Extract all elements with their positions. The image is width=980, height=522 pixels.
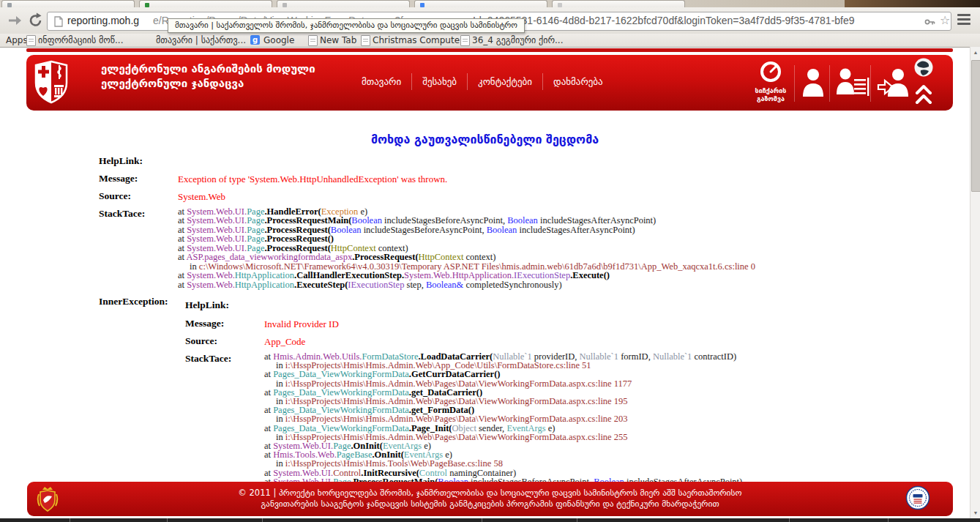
message-label: Message: [99, 173, 138, 184]
innerexception-label: InnerException: [99, 296, 168, 307]
browser-tab[interactable] [552, 0, 685, 7]
forward-button[interactable] [7, 12, 23, 29]
page-icon [54, 16, 63, 27]
inner-source-value: App_Code [264, 336, 305, 348]
header-separator [870, 65, 871, 102]
page-favicon-icon [361, 35, 370, 46]
browser-tab[interactable] [1, 0, 135, 7]
message-value: Exception of type 'System.Web.HttpUnhand… [178, 174, 447, 185]
user-list-icon[interactable] [835, 67, 870, 101]
browser-tab-strip [0, 0, 980, 7]
site-footer: © 2011 | პროექტი ხორციელდება შრომის, ჯან… [27, 482, 953, 516]
footer-line2: განვითარების სააგენტოს ჯანდაცვის სისტემი… [115, 499, 865, 510]
inner-message-label: Message: [185, 318, 224, 329]
nav-home[interactable]: მთავარი [351, 73, 412, 90]
nav-about[interactable]: შესახებ [412, 73, 468, 90]
tab-tooltip: მთავარი | საქართველოს შრომის, ჯანმრთელობ… [168, 18, 525, 33]
browser-tab[interactable] [414, 0, 547, 7]
stacktrace-label: StackTace: [99, 208, 145, 220]
bookmark-item[interactable]: Google [263, 35, 294, 45]
inner-message-value: Invalid Provider ID [264, 318, 339, 330]
footer-line1: © 2011 | პროექტი ხორციელდება შრომის, ჯან… [115, 488, 865, 499]
bookmark-item[interactable]: ინფორმაციის მოწ... [38, 35, 123, 45]
header-top-stripe [26, 48, 953, 52]
helplink-label: HelpLink: [99, 155, 143, 167]
bookmark-item[interactable]: Christmas Compute... [373, 35, 468, 45]
main-nav: მთავარი შესახებ კონტაქტები დახმარება [351, 73, 613, 90]
inner-stack-trace: at Hmis.Admin.Web.Utils.FormDataStore.Lo… [264, 352, 742, 486]
browser-tab[interactable] [139, 0, 272, 7]
chrome-menu-button[interactable] [957, 14, 970, 27]
scroll-down-arrow[interactable]: ▼ [970, 507, 980, 518]
inner-stacktrace-label: StackTace: [185, 353, 231, 365]
source-value: System.Web [178, 191, 225, 203]
scrollbar-thumb[interactable] [971, 60, 980, 192]
header-separator [794, 65, 795, 102]
globe-icon[interactable] [913, 57, 934, 78]
taskbar-strip[interactable] [0, 518, 980, 522]
collapse-chevrons-icon[interactable] [915, 84, 932, 105]
inner-helplink-label: HelpLink: [185, 299, 229, 311]
bookmark-item[interactable]: New Tab [320, 35, 356, 45]
inner-source-label: Source: [185, 335, 217, 347]
google-favicon: g [250, 35, 260, 45]
user-profile-icon[interactable] [801, 67, 826, 98]
nav-contacts[interactable]: კონტაქტები [468, 73, 543, 90]
scroll-up-arrow[interactable]: ▲ [970, 47, 980, 58]
moh-logo [34, 59, 69, 105]
site-title-line1: ელექტრონული ანგარიშების მოდული [101, 62, 315, 75]
speedometer-icon [760, 61, 782, 83]
bookmark-star-icon[interactable]: ☆ [940, 13, 950, 27]
bookmark-item[interactable]: 36_4 გეგმიური ქირ... [472, 35, 563, 45]
page-favicon-icon [26, 35, 36, 46]
logout-icon[interactable] [877, 67, 910, 98]
header-separator [829, 65, 830, 102]
page-favicon-icon [308, 35, 318, 46]
page-favicon-icon [460, 35, 470, 46]
bookmark-apps[interactable]: Apps [6, 35, 28, 45]
error-page-title: მოხდა გაუთვალისწინებელი შეცდომა [0, 133, 970, 146]
bookmarks-bar: Apps ინფორმაციის მოწ... მთავარი | საქართ… [0, 34, 980, 48]
page-scrollbar[interactable]: ▲ ▼ [970, 47, 980, 518]
nav-help[interactable]: დახმარება [543, 73, 613, 90]
url-query: Id=04065531-6146-4d8d-b217-1622bfcd70df&… [473, 15, 855, 26]
site-header: ელექტრონული ანგარიშების მოდული ელექტრონუ… [26, 55, 953, 111]
browser-tab[interactable] [277, 0, 410, 7]
bookmark-item[interactable]: მთავარი | საქართვ... [156, 35, 246, 45]
reload-button[interactable] [28, 12, 44, 29]
stack-trace: at System.Web.UI.Page.HandleError(Except… [178, 207, 755, 289]
source-label: Source: [99, 190, 131, 202]
site-title-line2: ელექტრონული ჯანდაცვა [101, 77, 244, 90]
key-icon[interactable] [924, 17, 935, 27]
usaid-seal [905, 485, 930, 510]
window-theme-area [845, 0, 980, 7]
georgia-coat-of-arms [36, 485, 59, 513]
url-domain: reporting.moh.g [67, 15, 139, 26]
